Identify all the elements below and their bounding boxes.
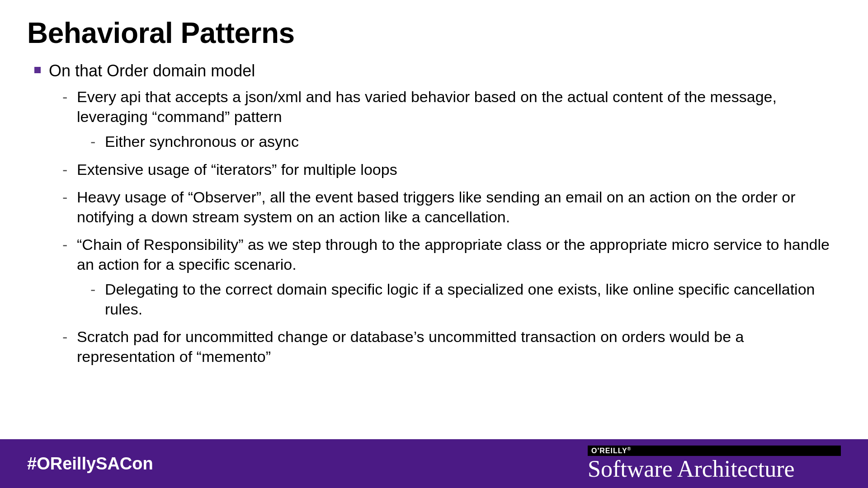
footer-brand: O'REILLY® Software Architecture (588, 446, 841, 482)
bullet-l1-text: On that Order domain model (49, 61, 255, 80)
bullet-list-level2: Every api that accepts a json/xml and ha… (49, 87, 841, 366)
bullet-l2-text: Heavy usage of “Observer”, all the event… (77, 188, 795, 225)
brand-top-text: O'REILLY (591, 447, 627, 455)
bullet-l2: Extensive usage of “iterators” for multi… (62, 160, 841, 180)
bullet-l2: Heavy usage of “Observer”, all the event… (62, 188, 841, 227)
bullet-l3: Delegating to the correct domain specifi… (90, 280, 841, 319)
bullet-l2-text: “Chain of Responsibility” as we step thr… (77, 236, 830, 273)
bullet-l2-text: Scratch pad for uncommitted change or da… (77, 328, 744, 365)
bullet-l2-text: Extensive usage of “iterators” for multi… (77, 161, 397, 178)
brand-name-text: Software Architecture (588, 457, 795, 482)
brand-registered-icon: ® (627, 446, 631, 451)
slide: Behavioral Patterns On that Order domain… (0, 0, 868, 488)
bullet-l3-text: Delegating to the correct domain specifi… (105, 281, 815, 318)
bullet-l3-text: Either synchronous or async (105, 133, 299, 150)
slide-title: Behavioral Patterns (27, 16, 841, 50)
slide-content: Behavioral Patterns On that Order domain… (0, 0, 868, 366)
bullet-l2: “Chain of Responsibility” as we step thr… (62, 235, 841, 319)
bullet-l2: Every api that accepts a json/xml and ha… (62, 87, 841, 152)
bullet-list-level3: Either synchronous or async (77, 132, 841, 152)
bullet-l1: On that Order domain model Every api tha… (32, 61, 841, 366)
bullet-l2: Scratch pad for uncommitted change or da… (62, 327, 841, 366)
bullet-list-level3: Delegating to the correct domain specifi… (77, 280, 841, 319)
slide-footer: #OReillySACon O'REILLY® Software Archite… (0, 439, 868, 488)
footer-hashtag: #OReillySACon (27, 454, 153, 474)
bullet-l2-text: Every api that accepts a json/xml and ha… (77, 88, 777, 125)
brand-top-bar: O'REILLY® (588, 446, 841, 456)
bullet-list-level1: On that Order domain model Every api tha… (27, 61, 841, 366)
bullet-l3: Either synchronous or async (90, 132, 841, 152)
